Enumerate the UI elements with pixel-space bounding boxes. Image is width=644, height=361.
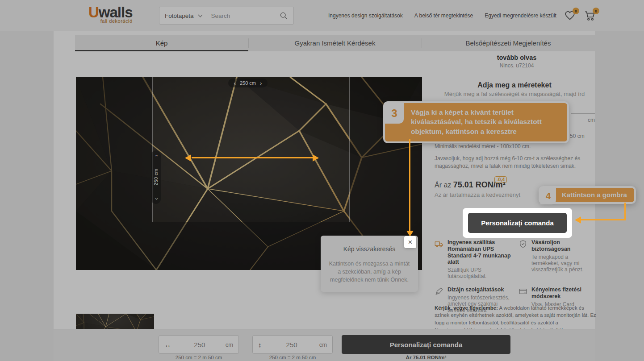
step-3-pointer-arrow <box>409 139 410 232</box>
arrow-right-head-icon <box>313 154 319 162</box>
step-4-arrow-vertical <box>624 203 626 220</box>
customize-order-button[interactable]: Personalizați comanda <box>468 213 567 233</box>
step-4-arrow-horizontal <box>581 219 626 220</box>
close-icon: × <box>408 238 413 247</box>
horizontal-measure-arrow <box>192 157 313 158</box>
arrow-left-head-icon <box>185 154 191 162</box>
tutorial-dim-overlay <box>0 0 644 361</box>
arrow-left-head-icon <box>575 216 581 224</box>
button-spotlight: Personalizați comanda <box>463 208 572 238</box>
tooltip-close-button[interactable]: × <box>404 236 416 248</box>
